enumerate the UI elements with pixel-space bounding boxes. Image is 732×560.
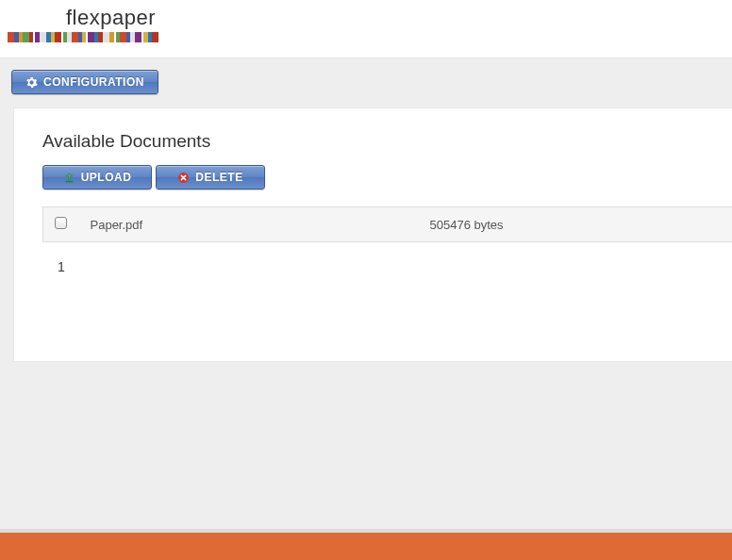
upload-button[interactable]: UPLOAD: [42, 165, 152, 189]
panel-title: Available Documents: [42, 131, 732, 152]
upload-icon: [63, 172, 75, 184]
row-checkbox[interactable]: [55, 217, 67, 229]
table-row: Paper.pdf505476 bytes: [43, 207, 733, 242]
page-number[interactable]: 1: [58, 259, 65, 274]
top-toolbar: CONFIGURATION: [0, 58, 732, 107]
gear-icon: [25, 76, 38, 89]
brand-barcode: [8, 32, 158, 42]
pagination: 1: [42, 242, 732, 274]
upload-button-label: UPLOAD: [81, 171, 132, 184]
delete-button[interactable]: DELETE: [156, 165, 265, 189]
footer-bar: [0, 529, 732, 560]
row-filename[interactable]: Paper.pdf: [79, 207, 419, 242]
configuration-button-label: CONFIGURATION: [43, 75, 144, 89]
svg-rect-0: [65, 180, 73, 182]
header: flexpaper: [0, 0, 732, 58]
documents-panel: Available Documents UPLOAD DELETE Paper.…: [13, 107, 732, 362]
delete-icon: [177, 172, 190, 184]
panel-actions: UPLOAD DELETE: [42, 165, 732, 189]
row-filesize: 505476 bytes: [419, 207, 733, 242]
row-checkbox-cell: [43, 207, 79, 242]
configuration-button[interactable]: CONFIGURATION: [11, 70, 158, 94]
brand-title: flexpaper: [0, 6, 732, 30]
delete-button-label: DELETE: [195, 171, 242, 184]
documents-table: Paper.pdf505476 bytes: [42, 206, 732, 242]
